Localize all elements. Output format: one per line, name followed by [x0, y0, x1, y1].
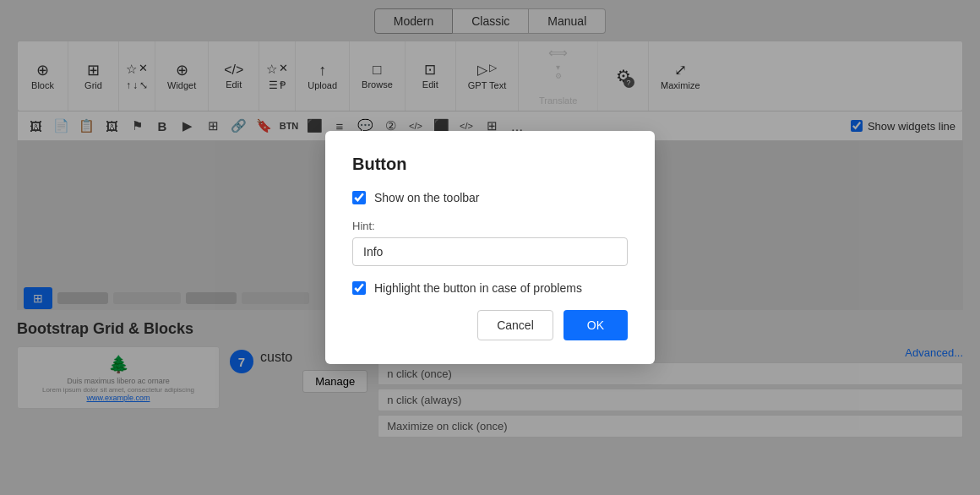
modal-title: Button: [352, 155, 628, 174]
ok-button[interactable]: OK: [564, 310, 628, 340]
cancel-button[interactable]: Cancel: [477, 310, 553, 340]
modal-dialog: Button Show on the toolbar Hint: Highlig…: [325, 131, 655, 364]
highlight-checkbox[interactable]: [352, 281, 366, 295]
show-on-toolbar-row: Show on the toolbar: [352, 191, 628, 204]
highlight-label: Highlight the button in case of problems: [374, 281, 582, 295]
show-on-toolbar-checkbox[interactable]: [352, 191, 366, 204]
hint-label: Hint:: [352, 220, 628, 232]
highlight-row: Highlight the button in case of problems: [352, 281, 628, 295]
modal-overlay: Button Show on the toolbar Hint: Highlig…: [0, 0, 980, 495]
modal-buttons: Cancel OK: [352, 310, 628, 340]
hint-input[interactable]: [352, 237, 628, 266]
show-on-toolbar-label: Show on the toolbar: [374, 191, 480, 204]
